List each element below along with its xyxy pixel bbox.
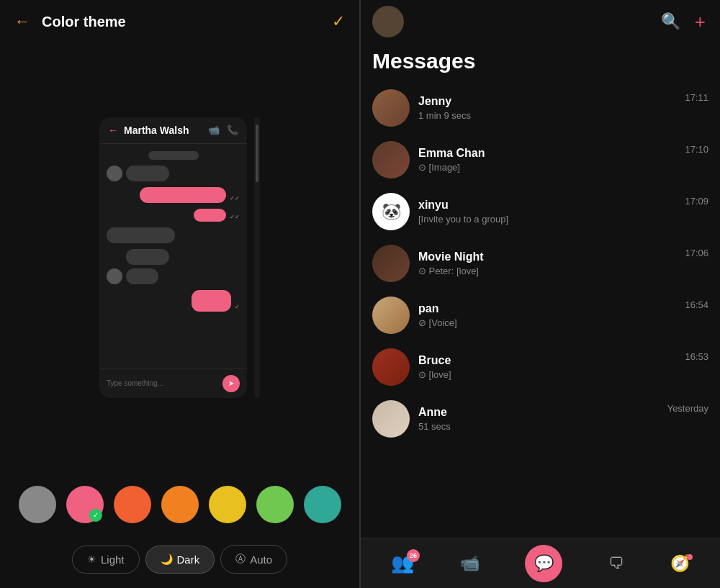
preview-date-bar — [107, 151, 240, 160]
messages-active-icon: 💬 — [534, 554, 554, 573]
swatch-green[interactable] — [256, 486, 294, 523]
msg-content-xinyu: xinyu [Invite you to a group] — [418, 199, 676, 225]
msg-preview-bruce: ⊙ [love] — [418, 369, 676, 380]
check-icon[interactable]: ✓ — [332, 12, 345, 31]
video-icon: 📹 — [460, 554, 480, 573]
nav-item-video[interactable]: 📹 — [460, 554, 480, 573]
preview-bubble-5b — [126, 268, 158, 284]
chat-icon: 🗨 — [608, 554, 624, 573]
preview-input: Type something... — [107, 379, 222, 387]
right-panel: 🔍 + Messages Jenny 1 min 9 secs 17:11 Em… — [361, 0, 720, 588]
msg-time-emma: 17:10 — [685, 144, 708, 155]
msg-time-movie: 17:06 — [685, 248, 708, 258]
avatar-jenny — [372, 89, 410, 127]
msg-name-jenny: Jenny — [418, 95, 676, 108]
avatar-movie — [372, 245, 410, 282]
preview-msg-row-4 — [107, 227, 240, 243]
right-header: 🔍 + — [361, 0, 720, 43]
avatar-xinyu: 🐼 — [372, 193, 410, 230]
msg-content-emma: Emma Chan ⊙ [Image] — [418, 147, 676, 173]
theme-btn-dark[interactable]: 🌙Dark — [145, 546, 215, 574]
msg-name-movie: Movie Night — [418, 250, 676, 263]
messages-active-btn[interactable]: 💬 — [525, 545, 562, 582]
msg-name-emma: Emma Chan — [418, 147, 676, 160]
messages-heading: Messages — [372, 49, 708, 73]
theme-icon-light: ☀ — [87, 553, 96, 565]
preview-status-6: ✓ — [235, 304, 240, 310]
preview-status-3: ✓✓ — [230, 214, 240, 220]
msg-content-bruce: Bruce ⊙ [love] — [418, 354, 676, 380]
chat-preview-container: ← Martha Walsh 📹 📞 — [0, 43, 359, 471]
msg-name-bruce: Bruce — [418, 354, 676, 367]
swatch-gray[interactable] — [19, 486, 56, 523]
swatch-pink[interactable] — [66, 486, 104, 523]
msg-preview-pan: ⊘ [Voice] — [418, 317, 676, 328]
scrollbar-thumb — [256, 125, 258, 182]
nav-item-messages[interactable]: 💬 — [525, 545, 562, 582]
preview-video-icon: 📹 — [208, 125, 220, 135]
message-item-xinyu[interactable]: 🐼 xinyu [Invite you to a group] 17:09 — [361, 186, 720, 238]
theme-label-auto: Auto — [250, 553, 272, 566]
preview-bubble-4 — [107, 227, 175, 243]
bottom-nav: 👥 26 📹 💬 🗨 🧭 — [361, 538, 720, 588]
message-item-movie[interactable]: Movie Night ⊙ Peter: [love] 17:06 — [361, 238, 720, 289]
chat-preview: ← Martha Walsh 📹 📞 — [99, 117, 247, 398]
scrollbar-preview — [254, 117, 260, 398]
preview-bubble-1 — [126, 166, 169, 181]
msg-time-bruce: 16:53 — [685, 351, 708, 362]
swatch-yellow[interactable] — [209, 486, 246, 523]
msg-name-anne: Anne — [418, 406, 659, 419]
preview-msg-row-6: ✓ — [107, 290, 240, 312]
preview-status-2: ✓✓ — [230, 195, 240, 202]
theme-label-dark: Dark — [177, 553, 200, 566]
msg-time-pan: 16:54 — [685, 299, 708, 310]
chat-preview-header: ← Martha Walsh 📹 📞 — [99, 117, 247, 144]
preview-msg-row-2: ✓✓ — [107, 187, 240, 203]
nav-item-compass[interactable]: 🧭 — [670, 554, 690, 573]
theme-btn-light[interactable]: ☀Light — [72, 546, 140, 574]
avatar-bruce — [372, 348, 410, 386]
swatch-teal[interactable] — [304, 486, 341, 523]
msg-time-anne: Yesterday — [667, 403, 708, 414]
back-icon[interactable]: ← — [14, 12, 30, 31]
messages-list[interactable]: Jenny 1 min 9 secs 17:11 Emma Chan ⊙ [Im… — [361, 82, 720, 538]
swatch-amber[interactable] — [161, 486, 199, 523]
avatar-pan — [372, 297, 410, 334]
preview-back-icon: ← — [108, 125, 118, 136]
message-item-jenny[interactable]: Jenny 1 min 9 secs 17:11 — [361, 82, 720, 134]
preview-msg-row-1 — [107, 166, 240, 181]
theme-btn-auto[interactable]: ⒶAuto — [220, 545, 287, 574]
avatar-anne — [372, 400, 410, 438]
preview-call-icon: 📞 — [227, 125, 238, 135]
profile-avatar[interactable] — [372, 6, 404, 37]
page-title: Color theme — [42, 14, 332, 30]
msg-content-pan: pan ⊘ [Voice] — [418, 302, 676, 328]
left-panel: ← Color theme ✓ ← Martha Walsh 📹 📞 — [0, 0, 359, 588]
add-button[interactable]: + — [692, 8, 708, 36]
msg-content-jenny: Jenny 1 min 9 secs — [418, 95, 676, 121]
message-item-pan[interactable]: pan ⊘ [Voice] 16:54 — [361, 289, 720, 341]
message-item-anne[interactable]: Anne 51 secs Yesterday — [361, 393, 720, 445]
swatch-orange[interactable] — [114, 486, 151, 523]
compass-badge-dot — [687, 554, 693, 560]
preview-footer: Type something... ➤ — [99, 368, 247, 398]
preview-avatar-5 — [107, 268, 122, 284]
msg-preview-xinyu: [Invite you to a group] — [418, 214, 676, 225]
msg-content-anne: Anne 51 secs — [418, 406, 659, 432]
message-item-bruce[interactable]: Bruce ⊙ [love] 16:53 — [361, 341, 720, 393]
msg-preview-anne: 51 secs — [418, 421, 659, 432]
nav-item-contacts[interactable]: 👥 26 — [391, 552, 414, 574]
preview-bubble-5a — [126, 249, 169, 265]
preview-bubble-2 — [140, 187, 226, 203]
nav-item-chat[interactable]: 🗨 — [608, 554, 624, 573]
contacts-badge: 26 — [407, 549, 420, 562]
msg-time-xinyu: 17:09 — [685, 196, 708, 207]
preview-body: ✓✓ ✓✓ — [99, 144, 247, 368]
msg-preview-movie: ⊙ Peter: [love] — [418, 266, 676, 276]
msg-preview-emma: ⊙ [Image] — [418, 162, 676, 173]
message-item-emma[interactable]: Emma Chan ⊙ [Image] 17:10 — [361, 134, 720, 186]
msg-time-jenny: 17:11 — [685, 92, 708, 103]
search-button[interactable]: 🔍 — [658, 9, 683, 34]
preview-send-btn: ➤ — [222, 375, 240, 392]
preview-bubble-6 — [192, 290, 231, 312]
